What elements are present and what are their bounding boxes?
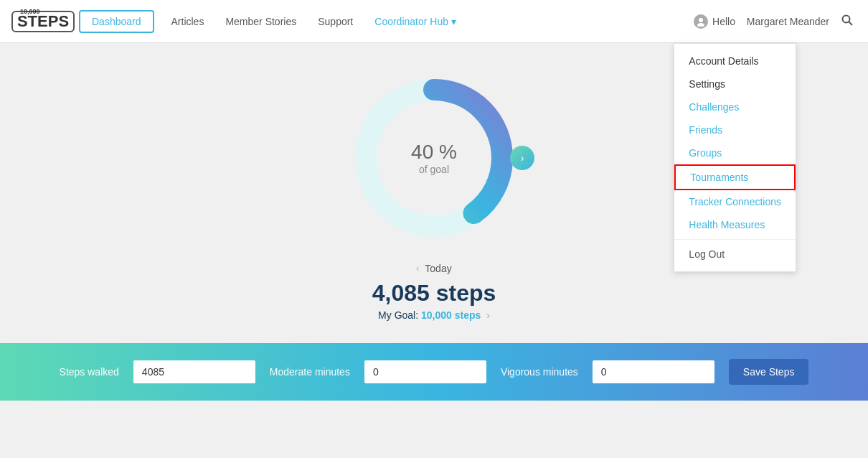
goal-chevron-icon: ›	[486, 309, 490, 321]
donut-chevron-button[interactable]: ›	[510, 146, 534, 170]
dropdown-item-settings[interactable]: Settings	[674, 73, 796, 95]
goal-text: My Goal: 10,000 steps ›	[372, 309, 496, 321]
support-link[interactable]: Support	[318, 16, 353, 27]
member-stories-link[interactable]: Member Stories	[225, 16, 296, 27]
dropdown-item-friends[interactable]: Friends	[674, 118, 796, 141]
dropdown-item-tracker-connections[interactable]: Tracker Connections	[674, 190, 796, 213]
svg-point-0	[699, 18, 703, 22]
logo-small-text: 10,000	[20, 8, 40, 15]
steps-walked-input[interactable]	[133, 360, 255, 383]
donut-center: 40 % of goal	[411, 141, 457, 175]
dropdown-item-health-measures[interactable]: Health Measures	[674, 213, 796, 236]
goal-prefix: My Goal:	[378, 309, 418, 321]
navbar: 10,000 STEPS Dashboard Articles Member S…	[0, 0, 868, 43]
svg-point-2	[843, 15, 850, 22]
dropdown-item-challenges[interactable]: Challenges	[674, 95, 796, 118]
dashboard-button[interactable]: Dashboard	[79, 10, 154, 33]
footer-bar: Steps walked Moderate minutes Vigorous m…	[0, 343, 868, 401]
articles-link[interactable]: Articles	[171, 16, 204, 27]
moderate-minutes-label: Moderate minutes	[270, 366, 350, 378]
user-greeting[interactable]: Hello Margaret Meander	[694, 14, 829, 29]
nav-right: Hello Margaret Meander	[694, 14, 854, 29]
user-dropdown-menu: Account Details Settings Challenges Frie…	[674, 43, 796, 272]
steps-count: 4,085 steps	[372, 280, 496, 307]
donut-percent: 40 %	[411, 141, 457, 164]
hello-text: Hello	[712, 16, 735, 27]
user-avatar-icon	[694, 14, 708, 29]
goal-link[interactable]: 10,000 steps	[421, 309, 481, 321]
vigorous-minutes-input[interactable]	[593, 360, 714, 383]
vigorous-minutes-label: Vigorous minutes	[501, 366, 578, 378]
donut-chart: 40 % of goal ›	[341, 65, 527, 251]
today-navigation: ‹ Today	[372, 263, 496, 274]
user-name: Margaret Meander	[747, 16, 829, 27]
logo: 10,000 STEPS	[14, 4, 72, 39]
coordinator-hub-link[interactable]: Coordinator Hub ▾	[374, 16, 456, 27]
dropdown-item-groups[interactable]: Groups	[674, 141, 796, 164]
nav-links: Articles Member Stories Support Coordina…	[171, 16, 694, 27]
svg-point-1	[697, 23, 704, 27]
moderate-minutes-input[interactable]	[364, 360, 486, 383]
svg-line-3	[849, 22, 853, 25]
prev-day-chevron[interactable]: ‹	[416, 263, 419, 274]
today-label: Today	[425, 263, 451, 274]
save-steps-button[interactable]: Save Steps	[729, 359, 809, 385]
steps-walked-label: Steps walked	[60, 366, 119, 378]
dropdown-item-tournaments[interactable]: Tournaments	[674, 164, 796, 190]
dropdown-item-account-details[interactable]: Account Details	[674, 50, 796, 73]
dropdown-item-logout[interactable]: Log Out	[674, 239, 796, 266]
steps-info: ‹ Today 4,085 steps My Goal: 10,000 step…	[372, 263, 496, 321]
donut-sub-label: of goal	[411, 164, 457, 175]
search-icon[interactable]	[841, 14, 854, 29]
